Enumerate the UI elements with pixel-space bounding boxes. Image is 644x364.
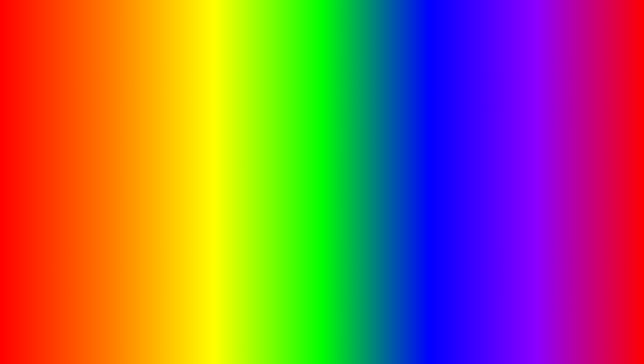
start-auto-farm-text: | Start Auto Farm [442,177,472,182]
r-logo-w4: R [437,177,440,182]
right-sidebar-label-main: • Main [399,131,410,136]
right-sidebar-item-otherfarm[interactable]: 🌾 • OtherFarm [388,148,431,158]
right-panel-header-right: 01/10/2... M [ ID ] [596,112,624,116]
sidebar-item-dungeon[interactable]: 🏰 • Dungeon [24,177,67,187]
right-sidebar-label-user: • User [399,121,410,126]
right-sidebar-label-setting: • Setting [399,141,414,145]
select-type-text: | Select type [78,131,100,136]
use-skill-x-label: R | Use Skill X [70,181,186,189]
right-sidebar-label-combat: • Combat [399,170,415,174]
sidebar-label-dungeon: • Dungeon [35,179,54,184]
right-sidebar-label-stats: • Stats [399,160,410,165]
right-main-icon: 🏠 [391,131,397,136]
r-logo-6: R [73,182,76,187]
r-logo-2: R [73,141,76,146]
select-mode-farm-value[interactable]: Level Farm [597,150,624,158]
quest-info: [Quest] : CandyQuest1 | [Level] : 2 [434,168,624,175]
fast-attack-value[interactable]: Default [601,140,624,148]
main-title: BLOX FRUITS [0,7,644,60]
blx-text: BLX [577,323,617,343]
select-weapon-label: R | Select Weapon [434,129,599,137]
sidebar-item-user[interactable]: 👤 • User [24,119,67,129]
select-weapon-value[interactable]: Melee [601,129,624,137]
right-sidebar-item-user[interactable]: 👤 • User [388,119,431,129]
sidebar-item-islands[interactable]: 🏝️ • Islands [24,167,67,177]
monster-info: [Monster] : Snow Demon [Lv. 2425] [434,160,624,168]
start-auto-farm-toggle[interactable] [612,177,624,183]
select-type-row: R | Select type Quest [70,129,200,137]
fruit-icon: 🍎 [27,189,33,194]
sidebar-label-user: • User [35,121,46,126]
use-skill-z-toggle[interactable] [188,172,200,178]
blx-fruits-logo: ☠ BLX FRUITS [560,323,617,354]
r-logo-5: R [73,172,76,177]
right-sidebar-item-combat[interactable]: ⚔️ • Combat [388,167,431,177]
right-sidebar-label-islands: • Islands [399,179,414,184]
use-skill-x-text: | Use Skill X [78,183,99,187]
right-combat-icon: ⚔️ [391,169,397,175]
sidebar-item-setting[interactable]: ⚙️ • Setting [24,138,67,148]
skull-icon: ☠ [560,329,575,348]
hp-min-label: R | Auto At HP min ... % [70,160,185,168]
auto-farm-devil-fruit-toggle[interactable] [188,141,200,147]
right-shop-icon: 🛒 [391,208,397,213]
select-mode-farm-text: | Select Mode Farm [442,152,476,156]
select-weapon-text: | Select Weapon [442,131,471,136]
r-logo-w1: R [437,131,440,136]
stats-icon: 📊 [27,150,33,155]
auto-farm-gun-text: | Auto Farm Mastery (Gun) [78,152,125,156]
right-sidebar-item-setting[interactable]: ⚙️ • Setting [388,138,431,148]
right-user-icon: 👤 [391,121,397,126]
left-panel: [ L ] Full [ A ] 👤 • User 🏠 • Main ⚙️ • … [23,110,204,224]
sidebar-item-main[interactable]: 🏠 • Main [24,129,67,138]
auto-farm-label: AUTO FARM [125,320,303,354]
fast-attack-text: | Fast Attack Mode [442,141,475,146]
hp-min-row: R | Auto At HP min ... % [70,160,200,168]
use-skill-z-text: | Use Skill Z [78,172,99,177]
right-setting-icon: ⚙️ [391,140,397,146]
left-panel-header: [ L ] Full [ A ] [24,111,203,118]
sidebar-label-stats: • Stats [35,150,47,155]
script-pastebin-label: SCRIPT PASTEBIN [310,324,519,350]
right-stats-icon: 📊 [391,160,397,165]
start-auto-farm-row: R | Start Auto Farm [434,175,624,184]
r-logo-w2: R [437,141,440,146]
right-panel-header-left: RELZ [390,112,400,116]
right-sidebar-item-dungeon[interactable]: 🏰 • Dungeon [388,187,431,196]
right-panel-content: >>> Main Farm <<< R | Select Weapon Mele… [431,118,627,229]
combat-icon: ⚔️ [27,160,33,165]
r-logo-4: R [73,162,76,167]
select-type-value[interactable]: Quest [177,129,200,137]
right-sidebar-item-stats[interactable]: 📊 • Stats [388,158,431,167]
right-sidebar-item-shop[interactable]: 🛒 • Shop [388,206,431,216]
main-icon: 🏠 [27,131,33,136]
select-mode-farm-label: R | Select Mode Farm [434,150,595,158]
bottom-text-area: AUTO FARM SCRIPT PASTEBIN [0,320,644,354]
right-sidebar-label-otherfarm: • OtherFarm [399,150,421,155]
select-type-label: R | Select type [70,129,175,137]
sidebar-item-fruit[interactable]: 🍎 • Fruit [24,187,67,196]
auto-farm-gun-label: R | Auto Farm Mastery (Gun) [70,150,186,158]
right-sidebar-item-fruit[interactable]: 🍎 • Fruit [388,196,431,206]
right-dungeon-icon: 🏰 [391,189,397,194]
sidebar-item-stats[interactable]: 📊 • Stats [24,148,67,158]
no-miss-skill-label: NO MISS SKILL [27,94,154,112]
use-skill-z-row: R | Use Skill Z [70,170,200,179]
right-panel-title: >>> Main Farm <<< [434,120,624,126]
left-panel-sidebar: 👤 • User 🏠 • Main ⚙️ • Setting 📊 • Stats… [24,118,67,222]
use-skill-x-row: R | Use Skill X [70,181,200,189]
chest-button[interactable]: >>> Chest <<< [434,186,624,195]
sidebar-item-shop[interactable]: 🛒 • Shop [24,196,67,206]
sidebar-item-combat[interactable]: ⚔️ • Combat [24,158,67,167]
right-fruit-icon: 🍎 [391,198,397,204]
auto-farm-gun-toggle[interactable] [188,151,200,157]
right-sidebar-item-main[interactable]: 🏠 • Main [388,129,431,138]
sidebar-label-islands: • Islands [35,170,50,174]
right-sidebar-item-islands[interactable]: 🏝️ • Islands [388,177,431,187]
hp-min-text: | Auto At HP min ... % [78,162,116,167]
right-panel-body: 👤 • User 🏠 • Main ⚙️ • Setting 🌾 • Other… [388,118,627,229]
hp-min-input[interactable] [187,161,200,168]
right-sidebar-label-dungeon: • Dungeon [399,189,417,194]
sidebar-label-shop: • Shop [35,199,47,203]
use-skill-x-toggle[interactable] [188,182,200,188]
